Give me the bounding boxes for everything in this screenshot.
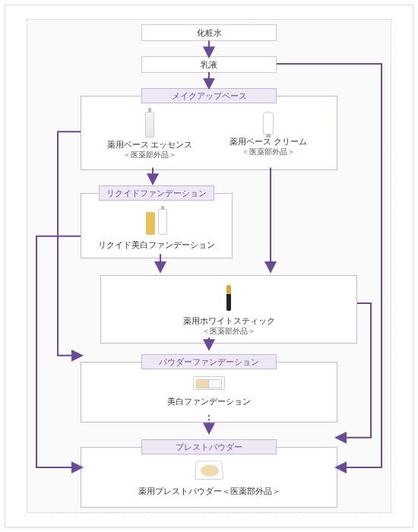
compact-icon xyxy=(193,376,225,390)
liquid-foundation-label: リクイドファンデーション xyxy=(106,188,207,199)
powder-foundation-body: 美白ファンデーション xyxy=(81,362,337,423)
makeup-base-body: 薬用ベース エッセンス ＜医薬部外品＞ 薬用ベース クリーム ＜医薬部外品＞ xyxy=(81,96,337,170)
makeup-base-label: メイクアップベース xyxy=(172,90,247,102)
step-emulsion: 乳液 xyxy=(141,56,277,73)
step-emulsion-label: 乳液 xyxy=(201,59,217,71)
liquid-foundation-body: リクイド美白ファンデーション xyxy=(81,193,233,258)
pressed-powder-header: プレストパウダー xyxy=(141,439,277,454)
powder-foundation-header: パウダーファンデーション xyxy=(141,354,277,369)
pressed-powder-name: 薬用プレストパウダー＜医薬部外品＞ xyxy=(81,486,337,496)
base-cream-name: 薬用ベース クリーム xyxy=(215,136,321,147)
liquid-whitening-name: リクイド美白ファンデーション xyxy=(81,239,232,250)
base-essence-name: 薬用ベース エッセンス xyxy=(97,139,203,150)
stick-icon xyxy=(226,285,231,311)
step-lotion: 化粧水 xyxy=(141,24,277,41)
whitening-foundation-name: 美白ファンデーション xyxy=(81,396,337,407)
bottle-icon xyxy=(145,112,154,138)
white-stick-name: 薬用ホワイトスティック xyxy=(101,315,356,326)
liquid-bottle-icon xyxy=(146,209,167,235)
pressed-compact-icon xyxy=(195,461,224,480)
base-essence-note: ＜医薬部外品＞ xyxy=(97,150,203,160)
base-cream-note: ＜医薬部外品＞ xyxy=(215,147,321,157)
liquid-foundation-header: リクイドファンデーション xyxy=(99,185,214,201)
step-lotion-label: 化粧水 xyxy=(197,27,222,39)
tube-icon xyxy=(263,112,274,135)
white-stick-body: 薬用ホワイトスティック ＜医薬部外品＞ xyxy=(100,275,357,344)
white-stick-note: ＜医薬部外品＞ xyxy=(101,326,356,337)
makeup-base-header: メイクアップベース xyxy=(141,88,277,103)
pressed-powder-label: プレストパウダー xyxy=(176,442,242,453)
outer-frame: 化粧水 乳液 薬用ベース エッセンス ＜医薬部外品＞ 薬用ベース クリーム ＜医… xyxy=(5,5,413,527)
pressed-powder-body: 薬用プレストパウダー＜医薬部外品＞ xyxy=(81,447,337,508)
diagram-area: 化粧水 乳液 薬用ベース エッセンス ＜医薬部外品＞ 薬用ベース クリーム ＜医… xyxy=(27,19,391,513)
powder-foundation-label: パウダーファンデーション xyxy=(159,356,259,368)
